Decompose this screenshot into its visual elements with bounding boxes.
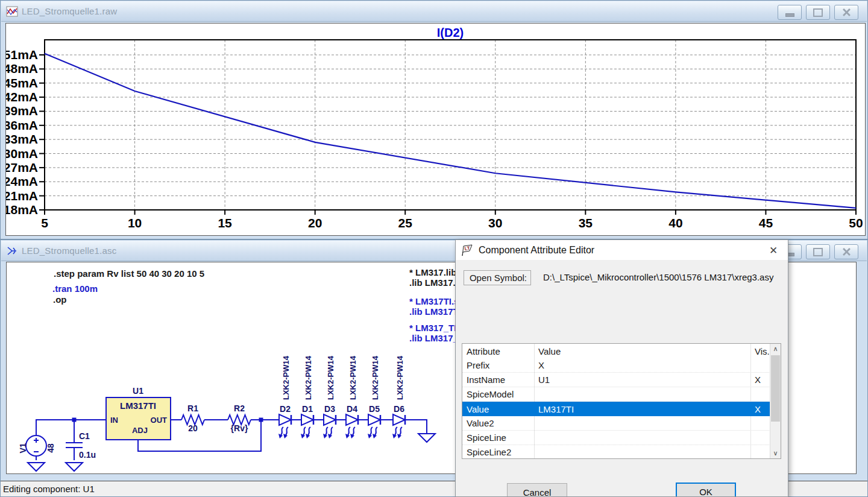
open-symbol-button[interactable]: Open Symbol: (464, 270, 531, 285)
diode-name-label[interactable]: D1 (302, 404, 313, 414)
cell-vis[interactable] (750, 431, 772, 445)
cell-value[interactable] (534, 431, 750, 445)
cell-attribute[interactable]: InstName (462, 373, 534, 387)
led-d6[interactable]: D6LXK2-PW14 (380, 355, 405, 438)
diode-value-label[interactable]: LXK2-PW14 (395, 355, 404, 400)
u1-name-label[interactable]: U1 (133, 386, 143, 396)
dialog-titlebar[interactable]: LT Component Attribute Editor ✕ (456, 240, 788, 260)
cell-attribute[interactable]: Value (462, 402, 534, 416)
c1-name-label[interactable]: C1 (79, 431, 90, 441)
led-arrow-icon (330, 427, 333, 435)
table-scrollbar[interactable]: ∧ ∨ (770, 344, 781, 458)
cell-vis[interactable] (750, 445, 772, 459)
x-tick-label: 30 (488, 216, 502, 230)
c1-value-label[interactable]: 0.1u (79, 450, 96, 460)
cell-vis[interactable] (750, 387, 772, 401)
diode-value-label[interactable]: LXK2-PW14 (348, 355, 357, 400)
directive-step[interactable]: .step param Rv list 50 40 30 20 10 5 (54, 268, 204, 279)
plot-border (45, 40, 856, 210)
cell-attribute[interactable]: SpiceModel (462, 387, 534, 401)
u1-pin-adj: ADJ (132, 426, 148, 435)
attribute-row-prefix[interactable]: PrefixX (462, 358, 772, 373)
cell-vis[interactable] (750, 416, 772, 430)
attribute-row-value[interactable]: ValueLM317TIX (462, 402, 772, 416)
diode-name-label[interactable]: D5 (369, 404, 380, 414)
r1-value-label[interactable]: 20 (188, 423, 198, 433)
capacitor-c1[interactable] (66, 443, 83, 448)
y-tick-label: 18mA (6, 203, 38, 217)
r2-name-label[interactable]: R2 (234, 404, 245, 413)
cell-value[interactable]: U1 (534, 373, 750, 387)
scroll-up-arrow[interactable]: ∧ (770, 344, 781, 354)
diode-triangle (393, 414, 405, 425)
cell-value[interactable]: LM317TI (534, 402, 750, 416)
x-tick-label: 10 (128, 216, 142, 230)
u1-value-label[interactable]: LM317TI (120, 400, 156, 411)
ground-icon[interactable] (66, 463, 83, 471)
cancel-button[interactable]: Cancel (507, 483, 567, 497)
cell-vis[interactable]: X (750, 373, 772, 387)
y-tick-label: 51mA (6, 48, 38, 62)
diode-value-label[interactable]: LXK2-PW14 (371, 355, 380, 400)
dialog-close-button[interactable]: ✕ (766, 243, 781, 258)
cell-attribute[interactable]: SpiceLine (462, 431, 534, 445)
led-d2[interactable]: D2LXK2-PW14 (278, 355, 291, 438)
minimize-button[interactable] (778, 5, 802, 20)
attribute-row-spicemodel[interactable]: SpiceModel (462, 387, 772, 402)
directive-op[interactable]: .op (53, 294, 67, 305)
r2-value-label[interactable]: {Rv} (231, 423, 248, 433)
diode-value-label[interactable]: LXK2-PW14 (304, 355, 313, 400)
cell-attribute[interactable]: Prefix (462, 358, 534, 372)
cell-value[interactable] (534, 416, 750, 430)
led-d4[interactable]: D4LXK2-PW14 (336, 355, 358, 438)
waveform-titlebar[interactable]: LED_Stromquelle1.raw (1, 1, 867, 22)
trace-id2[interactable] (45, 54, 856, 208)
directive-tran[interactable]: .tran 100m (52, 283, 98, 294)
attribute-row-spiceline[interactable]: SpiceLine (462, 431, 772, 445)
diode-triangle (324, 414, 336, 425)
ground-icon[interactable] (28, 463, 45, 471)
dialog-title: Component Attribute Editor (479, 245, 594, 256)
cell-value[interactable] (534, 387, 750, 401)
r1-name-label[interactable]: R1 (187, 404, 198, 413)
diode-name-label[interactable]: D6 (394, 404, 404, 414)
attribute-row-instname[interactable]: InstNameU1X (462, 373, 772, 387)
cell-vis[interactable]: X (750, 402, 772, 416)
waveform-plot-pane[interactable]: 510152025303540455051mA48mA45mA42mA39mA3… (5, 23, 866, 236)
y-tick-label: 36mA (6, 118, 38, 132)
schem-close-button[interactable] (834, 244, 858, 259)
cell-value[interactable]: X (534, 358, 750, 372)
diode-name-label[interactable]: D4 (347, 404, 357, 414)
ground-icon[interactable] (418, 434, 435, 442)
diode-value-label[interactable]: LXK2-PW14 (326, 355, 335, 400)
diode-value-label[interactable]: LXK2-PW14 (281, 355, 291, 400)
y-tick-label: 33mA (6, 132, 38, 146)
cell-attribute[interactable]: Value2 (462, 416, 534, 430)
cell-vis[interactable] (750, 358, 772, 372)
waveform-window: LED_Stromquelle1.raw 5101520253035404550… (0, 0, 868, 239)
close-button[interactable] (834, 5, 858, 20)
v1-name-label[interactable]: V1 (18, 443, 28, 453)
voltage-source-v1[interactable] (26, 435, 46, 456)
diode-name-label[interactable]: D2 (280, 404, 291, 414)
led-d1[interactable]: D1LXK2-PW14 (291, 355, 313, 438)
v1-value-label[interactable]: 48 (46, 443, 55, 453)
scroll-down-arrow[interactable]: ∨ (770, 448, 781, 458)
ok-button[interactable]: OK (676, 483, 736, 497)
led-d5[interactable]: D5LXK2-PW14 (358, 355, 380, 438)
attribute-row-value2[interactable]: Value2 (462, 416, 772, 431)
schem-maximize-button[interactable] (806, 244, 830, 259)
scrollbar-thumb[interactable] (771, 355, 780, 422)
junction-dot (259, 418, 263, 422)
cell-value[interactable] (534, 445, 750, 459)
maximize-button[interactable] (806, 5, 830, 20)
wire[interactable] (405, 420, 427, 434)
wire[interactable] (36, 420, 106, 435)
led-d3[interactable]: D3LXK2-PW14 (313, 355, 336, 438)
schematic-window-title: LED_Stromquelle1.asc (22, 245, 116, 256)
cell-attribute[interactable]: SpiceLine2 (462, 445, 534, 459)
attribute-row-spiceline2[interactable]: SpiceLine2 (462, 445, 772, 459)
status-text: Editing component: U1 (3, 484, 95, 494)
diode-name-label[interactable]: D3 (324, 404, 335, 414)
led-arrow-icon (370, 427, 373, 435)
